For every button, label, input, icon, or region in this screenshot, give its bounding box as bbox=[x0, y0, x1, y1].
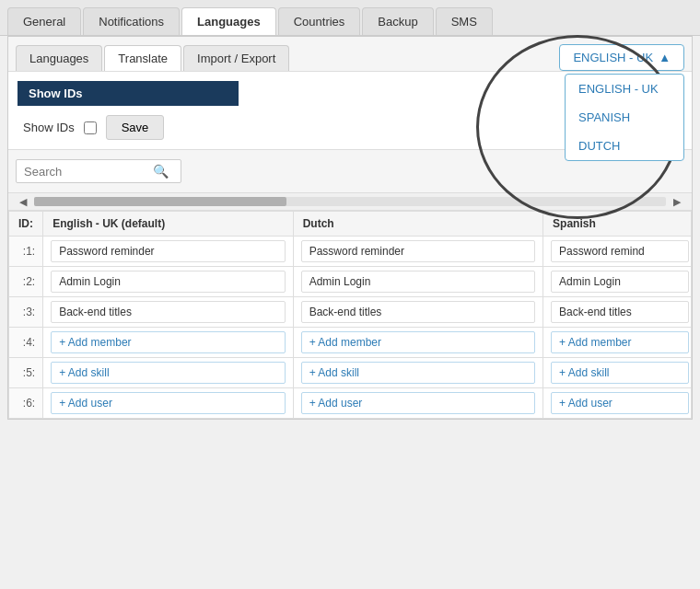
input-du-5[interactable] bbox=[301, 392, 535, 414]
section-header-show-ids: Show IDs bbox=[18, 81, 239, 106]
search-box: 🔍 bbox=[16, 159, 181, 183]
tab-general[interactable]: General bbox=[7, 7, 81, 35]
cell-es bbox=[543, 237, 692, 267]
input-du-2[interactable] bbox=[301, 301, 535, 323]
cell-du bbox=[293, 358, 542, 388]
sub-tab-import-export[interactable]: Import / Export bbox=[183, 45, 289, 71]
save-button[interactable]: Save bbox=[106, 115, 165, 140]
lang-dropdown-button[interactable]: ENGLISH - UK ▲ bbox=[559, 44, 684, 71]
data-table-wrapper: ID: English - UK (default) Dutch Spanish… bbox=[8, 211, 692, 419]
input-en-4[interactable] bbox=[51, 362, 285, 384]
sub-tab-languages[interactable]: Languages bbox=[16, 45, 102, 71]
cell-es bbox=[543, 297, 692, 328]
cell-en bbox=[43, 297, 293, 328]
table-scrollbar[interactable]: ◀ ▶ bbox=[8, 192, 692, 211]
col-header-du: Dutch bbox=[293, 212, 542, 237]
table-row: :6: bbox=[9, 388, 692, 419]
lang-option-en[interactable]: ENGLISH - UK bbox=[566, 75, 683, 103]
cell-id: :2: bbox=[9, 267, 43, 297]
lang-current: ENGLISH - UK bbox=[573, 51, 653, 64]
cell-es bbox=[543, 388, 692, 419]
top-tab-bar: General Notifications Languages Countrie… bbox=[0, 0, 700, 36]
cell-es bbox=[543, 267, 692, 297]
show-ids-label: Show IDs bbox=[23, 121, 75, 134]
lang-dropdown-menu: ENGLISH - UK SPANISH DUTCH bbox=[565, 74, 684, 161]
cell-du bbox=[293, 267, 542, 297]
scroll-track bbox=[34, 197, 666, 206]
col-header-es: Spanish bbox=[543, 212, 692, 237]
col-header-id: ID: bbox=[9, 212, 43, 237]
input-es-0[interactable] bbox=[551, 240, 689, 262]
input-en-5[interactable] bbox=[51, 392, 285, 414]
scroll-left-arrow[interactable]: ◀ bbox=[16, 196, 30, 208]
show-ids-checkbox[interactable] bbox=[84, 121, 97, 134]
input-es-1[interactable] bbox=[551, 271, 689, 293]
table-row: :2: bbox=[9, 267, 692, 297]
scroll-right-arrow[interactable]: ▶ bbox=[670, 196, 684, 208]
input-es-4[interactable] bbox=[551, 362, 689, 384]
col-header-en: English - UK (default) bbox=[43, 212, 293, 237]
cell-du bbox=[293, 388, 542, 419]
cell-id: :6: bbox=[9, 388, 43, 419]
cell-id: :3: bbox=[9, 297, 43, 328]
data-table: ID: English - UK (default) Dutch Spanish… bbox=[8, 211, 692, 419]
cell-id: :1: bbox=[9, 237, 43, 267]
input-es-2[interactable] bbox=[551, 301, 689, 323]
cell-id: :4: bbox=[9, 328, 43, 358]
table-row: :3: bbox=[9, 297, 692, 328]
tab-sms[interactable]: SMS bbox=[436, 7, 493, 35]
input-du-0[interactable] bbox=[301, 240, 535, 262]
table-row: :5: bbox=[9, 358, 692, 388]
lang-option-du[interactable]: DUTCH bbox=[566, 132, 683, 160]
scroll-thumb bbox=[34, 197, 286, 206]
lang-option-es[interactable]: SPANISH bbox=[566, 103, 683, 132]
search-icon: 🔍 bbox=[153, 164, 169, 179]
cell-id: :5: bbox=[9, 358, 43, 388]
search-input[interactable] bbox=[24, 165, 153, 179]
input-du-3[interactable] bbox=[301, 331, 535, 353]
language-selector[interactable]: ENGLISH - UK ▲ ENGLISH - UK SPANISH DUTC… bbox=[559, 44, 684, 71]
input-es-5[interactable] bbox=[551, 392, 689, 414]
tab-languages[interactable]: Languages bbox=[181, 7, 276, 35]
tab-countries[interactable]: Countries bbox=[278, 7, 361, 35]
chevron-up-icon: ▲ bbox=[659, 51, 671, 64]
tab-notifications[interactable]: Notifications bbox=[83, 7, 180, 35]
cell-du bbox=[293, 237, 542, 267]
sub-tab-bar: Languages Translate Import / Export ENGL… bbox=[8, 37, 692, 72]
cell-es bbox=[543, 358, 692, 388]
cell-du bbox=[293, 297, 542, 328]
cell-en bbox=[43, 388, 293, 419]
tab-backup[interactable]: Backup bbox=[362, 7, 433, 35]
input-es-3[interactable] bbox=[551, 331, 689, 353]
cell-en bbox=[43, 328, 293, 358]
input-en-0[interactable] bbox=[51, 240, 285, 262]
cell-en bbox=[43, 267, 293, 297]
table-row: :4: bbox=[9, 328, 692, 358]
table-row: :1: bbox=[9, 237, 692, 267]
input-en-1[interactable] bbox=[51, 271, 285, 293]
input-du-4[interactable] bbox=[301, 362, 535, 384]
cell-es bbox=[543, 328, 692, 358]
cell-en bbox=[43, 237, 293, 267]
input-en-2[interactable] bbox=[51, 301, 285, 323]
input-en-3[interactable] bbox=[51, 331, 285, 353]
cell-en bbox=[43, 358, 293, 388]
input-du-1[interactable] bbox=[301, 271, 535, 293]
cell-du bbox=[293, 328, 542, 358]
main-content: Languages Translate Import / Export ENGL… bbox=[7, 36, 693, 420]
sub-tab-translate[interactable]: Translate bbox=[104, 45, 181, 71]
